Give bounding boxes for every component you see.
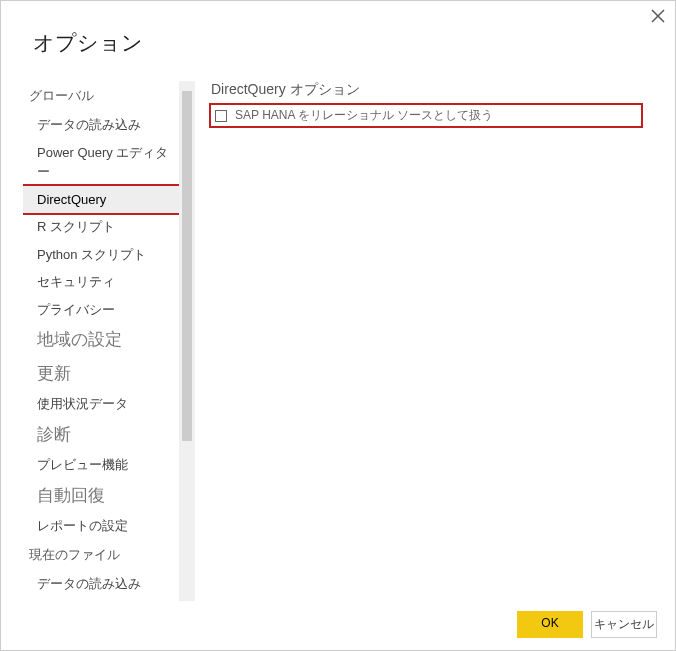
sidebar-item[interactable]: プレビュー機能 [23,451,183,479]
sidebar-section: 現在のファイル [29,546,183,564]
sidebar-item[interactable]: プライバシー [23,296,183,324]
sap-hana-relational-row[interactable]: SAP HANA をリレーショナル ソースとして扱う [211,105,641,126]
sidebar-item[interactable]: R スクリプト [23,213,183,241]
sidebar-scrollbar-thumb[interactable] [182,91,192,441]
sidebar-item[interactable]: DirectQuery [23,186,183,214]
sidebar-section: グローバル [29,87,183,105]
sap-hana-relational-label: SAP HANA をリレーショナル ソースとして扱う [235,107,493,124]
sap-hana-relational-checkbox[interactable] [215,110,227,122]
sidebar-item[interactable]: Power Query エディター [23,139,183,186]
sidebar-item[interactable]: データの読み込み [23,111,183,139]
sidebar: グローバルデータの読み込みPower Query エディターDirectQuer… [23,81,183,601]
sidebar-item[interactable]: 診断 [23,418,183,452]
sidebar-item[interactable]: 使用状況データ [23,390,183,418]
main-title: DirectQuery オプション [211,81,641,99]
sidebar-item[interactable]: データの読み込み [23,570,183,598]
sidebar-item[interactable]: 自動回復 [23,479,183,513]
sidebar-item[interactable]: 地域の設定 [23,597,183,601]
cancel-button[interactable]: キャンセル [591,611,657,638]
sidebar-scrollbar-track[interactable] [179,81,195,601]
dialog-title: オプション [33,29,143,57]
sidebar-item[interactable]: 地域の設定 [23,323,183,357]
close-icon[interactable] [651,9,665,27]
dialog-footer: OK キャンセル [517,611,657,638]
sidebar-item[interactable]: レポートの設定 [23,512,183,540]
ok-button[interactable]: OK [517,611,583,638]
main-panel: DirectQuery オプション SAP HANA をリレーショナル ソースと… [211,81,641,126]
sidebar-item[interactable]: 更新 [23,357,183,391]
sidebar-item[interactable]: Python スクリプト [23,241,183,269]
sidebar-item[interactable]: セキュリティ [23,268,183,296]
